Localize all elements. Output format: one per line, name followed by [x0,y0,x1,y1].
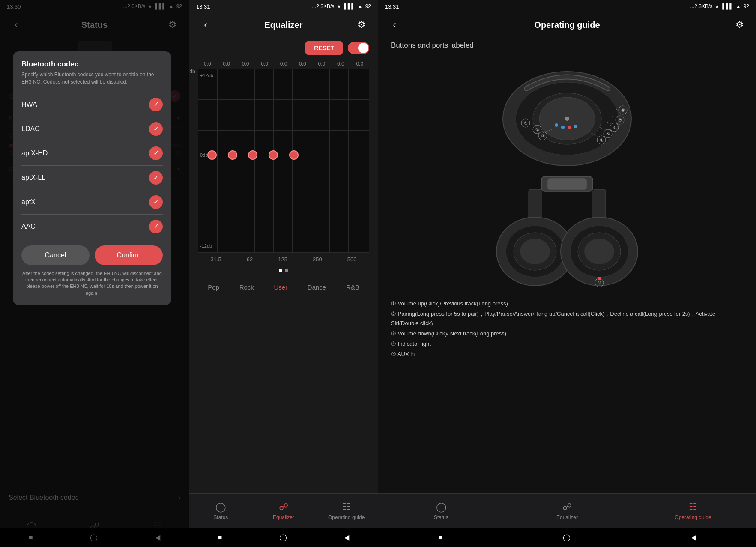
nav-eq-label-3: Equalizer [556,514,578,520]
svg-text:⑧: ⑧ [621,108,625,113]
preset-dance[interactable]: Dance [308,284,326,291]
settings-icon-2[interactable]: ⚙ [354,17,369,33]
guide-line-2: ③ Volume down(Click)/ Next track(Long pr… [391,329,743,338]
svg-text:②: ② [535,127,539,132]
modal-buttons: Cancel Confirm [21,245,163,265]
eq-val-4: 0.0 [280,61,287,67]
codec-aac: AAC ✓ [21,215,163,239]
android-home-3[interactable]: ◯ [563,533,571,541]
nav-status-3[interactable]: ◯ Status [378,494,504,528]
codec-hwa-check[interactable]: ✓ [149,98,163,111]
back-button-3[interactable]: ‹ [387,17,402,33]
nav-guide-label-2: Operating guide [328,514,365,520]
codec-aptxll-check[interactable]: ✓ [149,171,163,185]
nav-eq-label-2: Equalizer [273,514,294,520]
codec-hwa: HWA ✓ [21,93,163,117]
codec-aptx-check[interactable]: ✓ [149,195,163,209]
freq-1: 62 [247,256,253,263]
eq-nav-icon-2: ☍ [279,502,288,513]
codec-ldac-check[interactable]: ✓ [149,122,163,136]
bluetooth-codec-modal: Bluetooth codec Specify which Bluetooth … [13,51,171,305]
codec-aptxhd-check[interactable]: ✓ [149,146,163,160]
android-back-3[interactable]: ◀ [691,533,696,541]
db-top-label: +12db [200,73,213,78]
codec-ldac: LDAC ✓ [21,117,163,141]
nav-status-2[interactable]: ◯ Status [189,494,252,528]
eq-dot-2[interactable] [248,150,257,160]
eq-dot-3[interactable] [269,150,278,160]
eq-toggle[interactable] [348,42,369,54]
eq-dot-4[interactable] [289,150,299,160]
db-label-top: +12db [189,69,195,75]
signal-icon-3: ▌▌▌ [722,3,733,9]
modal-footer-note: After the codec setting is changed, the … [21,270,163,297]
preset-user[interactable]: User [274,284,287,291]
guide-panel: 13:31 ...2.3KB/s ★ ▌▌▌ ▲ 92 ‹ Operating … [378,0,756,547]
svg-point-47 [598,277,601,280]
nav-equalizer-2[interactable]: ☍ Equalizer [252,494,315,528]
android-back-2[interactable]: ◀ [344,533,349,541]
nav-guide-2[interactable]: ☷ Operating guide [315,494,378,528]
freq-3: 250 [313,256,322,263]
status-nav-icon-2: ◯ [215,502,226,513]
nav-equalizer-3[interactable]: ☍ Equalizer [504,494,630,528]
back-button-2[interactable]: ‹ [198,17,213,33]
guide-text-area: ① Volume up(Click)/Previous track(Long p… [378,292,756,367]
guide-line-4: ⑤ AUX in [391,350,743,359]
db-bottom-label: -12db [200,243,212,248]
settings-icon-3[interactable]: ⚙ [732,17,747,33]
codec-aptx: aptX ✓ [21,190,163,215]
toggle-knob [358,43,368,53]
eq-freq-labels: 31.5 62 125 250 500 [189,253,378,266]
svg-text:⑨: ⑨ [598,281,601,285]
preset-pop[interactable]: Pop [208,284,219,291]
db-mid-label: 0db [200,152,208,158]
svg-text:⑥: ⑥ [613,125,616,130]
freq-2: 125 [278,256,287,263]
status-panel: 13:30 ...2.0KB/s ★ ▌▌▌ ▲ 92 ‹ Status ⚙ F… [0,0,189,547]
status-bar-2: 13:31 ...2.3KB/s ★ ▌▌▌ ▲ 92 [189,0,378,13]
equalizer-panel: 13:31 ...2.3KB/s ★ ▌▌▌ ▲ 92 ‹ Equalizer … [189,0,378,547]
bottom-nav-3: ◯ Status ☍ Equalizer ☷ Operating guide [378,493,756,528]
nav-guide-label-3: Operating guide [675,514,711,520]
codec-aptxhd-label: aptX-HD [21,149,48,157]
eq-dot-1[interactable] [228,150,237,160]
confirm-button[interactable]: Confirm [95,245,163,265]
eq-presets: Pop Rock User Dance R&B [189,278,378,296]
guide-images: ① ② ③ ④ ⑤ ⑥ ⑦ ⑧ [378,57,756,292]
status-bar-3: 13:31 ...2.3KB/s ★ ▌▌▌ ▲ 92 [378,0,756,13]
battery-2: 92 [365,3,371,9]
preset-rock[interactable]: Rock [239,284,254,291]
nav-status-label-2: Status [213,514,228,520]
android-square-3[interactable]: ■ [438,534,442,541]
nav-guide-3[interactable]: ☷ Operating guide [630,494,756,528]
eq-nav-icon-3: ☍ [562,502,572,513]
cancel-button[interactable]: Cancel [21,245,90,265]
codec-aac-check[interactable]: ✓ [149,220,163,233]
preset-rnb[interactable]: R&B [346,284,359,291]
svg-point-23 [568,126,571,129]
svg-point-22 [561,126,565,129]
eq-val-1: 0.0 [223,61,230,67]
eq-grid: 0db +12db -12db [198,69,369,253]
status-nav-icon-3: ◯ [436,502,447,513]
guide-line-3: ④ Indicator light [391,339,743,349]
svg-text:⑤: ⑤ [606,132,610,136]
android-home-2[interactable]: ◯ [279,533,287,541]
modal-overlay: Bluetooth codec Specify which Bluetooth … [0,0,189,547]
eq-dot-0[interactable] [207,150,217,160]
headphone-bottom-view: ⑨ [486,172,648,292]
reset-button[interactable]: RESET [305,41,343,55]
codec-ldac-label: LDAC [21,125,40,133]
headphone-svg-2: ⑨ [486,172,648,292]
android-square-2[interactable]: ■ [218,534,222,541]
codec-aac-label: AAC [21,223,36,230]
wifi-icon-3: ▲ [736,3,741,9]
eq-grid-container: +12db [198,69,369,253]
svg-point-4 [565,117,569,121]
svg-text:⑦: ⑦ [618,118,622,123]
guide-nav-icon-3: ☷ [689,502,697,513]
eq-gridlines [198,69,369,252]
wifi-icon-2: ▲ [358,3,363,9]
svg-text:④: ④ [600,138,604,143]
